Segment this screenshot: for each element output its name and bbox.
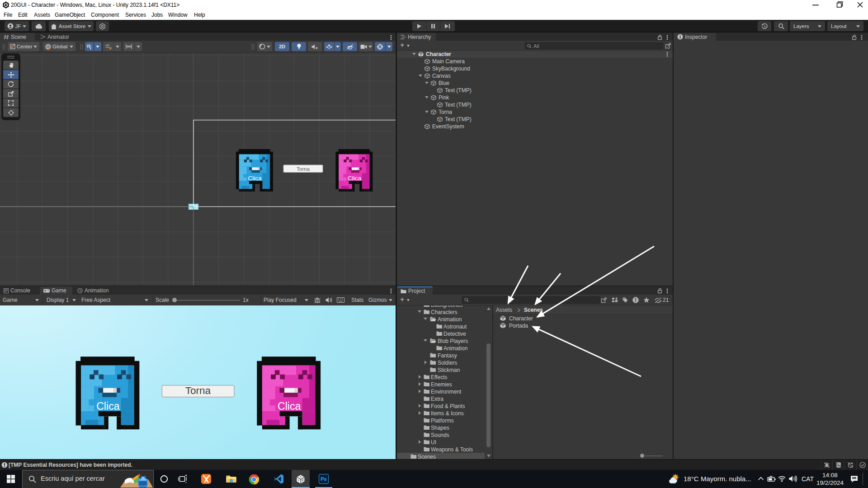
svg-text:Torna: Torna: [297, 166, 310, 172]
svg-text:Y: Y: [90, 47, 92, 50]
svg-text:Torna: Torna: [185, 385, 211, 396]
